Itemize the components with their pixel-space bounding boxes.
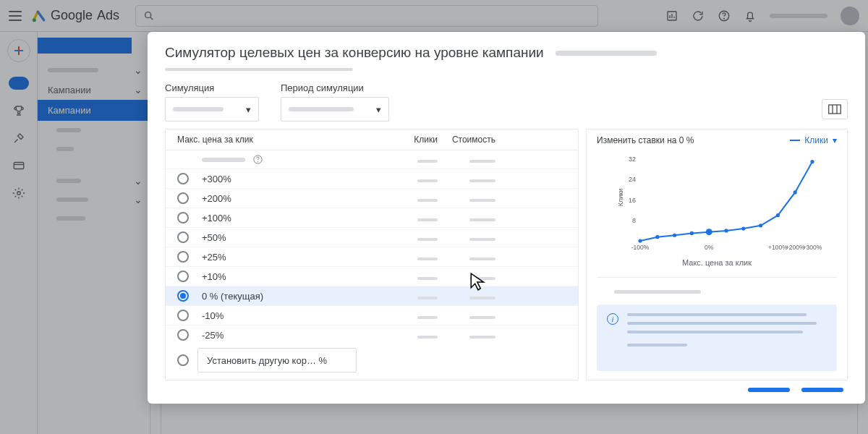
svg-text:24: 24 bbox=[629, 176, 636, 183]
radio-option[interactable] bbox=[177, 192, 189, 204]
col-cost: Стоимость bbox=[438, 135, 495, 145]
bid-change-label: +10% bbox=[202, 271, 380, 282]
svg-point-28 bbox=[741, 226, 745, 230]
info-icon: i bbox=[607, 313, 618, 325]
layout-toggle[interactable] bbox=[822, 99, 848, 119]
period-select: Период симуляции ▾ bbox=[281, 82, 389, 122]
help-icon[interactable] bbox=[252, 154, 263, 165]
svg-text:Клики: Клики bbox=[617, 189, 624, 207]
bid-change-label: -25% bbox=[202, 330, 380, 341]
chart-xlabel: Макс. цена за клик bbox=[597, 258, 837, 267]
modal-subtitle bbox=[165, 68, 353, 71]
svg-point-29 bbox=[759, 224, 762, 227]
info-box: i bbox=[597, 305, 837, 371]
table-row[interactable]: -10% bbox=[166, 306, 578, 326]
svg-point-30 bbox=[776, 213, 780, 217]
svg-text:-100%: -100% bbox=[631, 244, 650, 251]
modal-controls: Симуляция ▾ Период симуляции ▾ bbox=[165, 82, 848, 122]
bid-change-label: +25% bbox=[202, 252, 380, 263]
svg-text:0%: 0% bbox=[705, 244, 714, 251]
chart-panel: Изменить ставки на 0 % Клики ▾ 8162432Кл… bbox=[586, 129, 848, 380]
svg-point-23 bbox=[655, 235, 659, 239]
chart-context: Изменить ставки на 0 % bbox=[597, 135, 694, 145]
radio-option[interactable] bbox=[177, 251, 189, 263]
svg-point-26 bbox=[706, 229, 712, 235]
caret-down-icon: ▾ bbox=[246, 104, 251, 115]
svg-point-24 bbox=[673, 234, 676, 237]
table-header: Макс. цена за клик Клики Стоимость bbox=[166, 129, 578, 150]
col-max-cpc: Макс. цена за клик bbox=[177, 135, 380, 145]
period-dropdown[interactable]: ▾ bbox=[281, 97, 389, 122]
table-row[interactable]: +50% bbox=[166, 228, 578, 247]
svg-text:8: 8 bbox=[632, 217, 636, 224]
bid-simulator-modal: Симулятор целевых цен за конверсию на ур… bbox=[148, 32, 865, 404]
bid-change-label: 0 % (текущая) bbox=[202, 291, 380, 302]
radio-option[interactable] bbox=[177, 329, 189, 341]
bid-change-label: -10% bbox=[202, 310, 380, 321]
table-row[interactable]: -25% bbox=[166, 326, 578, 341]
table-row[interactable]: +10% bbox=[166, 267, 578, 286]
bid-change-label: +200% bbox=[202, 193, 380, 204]
radio-option[interactable] bbox=[177, 310, 189, 321]
simulation-dropdown[interactable]: ▾ bbox=[165, 97, 259, 122]
table-row[interactable]: +25% bbox=[166, 247, 578, 267]
radio-option[interactable] bbox=[177, 173, 189, 184]
bid-change-label: +100% bbox=[202, 213, 380, 224]
col-clicks: Клики bbox=[380, 135, 438, 145]
cancel-button[interactable] bbox=[748, 388, 790, 392]
svg-text:32: 32 bbox=[629, 156, 636, 163]
caret-down-icon: ▾ bbox=[833, 135, 837, 145]
custom-bid-row: Установить другую кор… % bbox=[166, 341, 578, 380]
table-row[interactable]: +200% bbox=[166, 189, 578, 208]
simulation-select: Симуляция ▾ bbox=[165, 82, 259, 122]
table-row[interactable]: +100% bbox=[166, 208, 578, 228]
custom-bid-input[interactable]: Установить другую кор… % bbox=[197, 348, 357, 373]
table-row[interactable]: 0 % (текущая) bbox=[166, 286, 578, 306]
radio-option[interactable] bbox=[177, 290, 189, 302]
modal-actions bbox=[165, 388, 848, 392]
bid-change-label: +50% bbox=[202, 232, 380, 243]
table-row-hint bbox=[166, 150, 578, 169]
bid-change-label: +300% bbox=[202, 174, 380, 184]
svg-point-31 bbox=[793, 190, 797, 194]
radio-option[interactable] bbox=[177, 271, 189, 282]
caret-down-icon: ▾ bbox=[376, 104, 381, 115]
svg-point-32 bbox=[810, 160, 814, 163]
radio-custom[interactable] bbox=[177, 354, 189, 366]
svg-point-25 bbox=[690, 231, 694, 235]
modal-title: Симулятор целевых цен за конверсию на ур… bbox=[165, 45, 848, 61]
svg-point-16 bbox=[258, 161, 258, 162]
svg-rect-14 bbox=[829, 105, 841, 114]
apply-button[interactable] bbox=[801, 388, 843, 392]
svg-point-27 bbox=[724, 229, 728, 232]
chart: 8162432Клики-100%0%+100%+200%+300% bbox=[597, 148, 837, 257]
columns-icon bbox=[828, 104, 841, 114]
radio-option[interactable] bbox=[177, 212, 189, 224]
simulation-table: Макс. цена за клик Клики Стоимость +300%… bbox=[165, 129, 579, 380]
table-row[interactable]: +300% bbox=[166, 169, 578, 189]
svg-text:+300%: +300% bbox=[803, 244, 822, 251]
svg-text:16: 16 bbox=[629, 197, 636, 204]
chart-legend[interactable]: Клики ▾ bbox=[790, 135, 837, 145]
svg-point-22 bbox=[638, 239, 642, 242]
radio-option[interactable] bbox=[177, 231, 189, 243]
